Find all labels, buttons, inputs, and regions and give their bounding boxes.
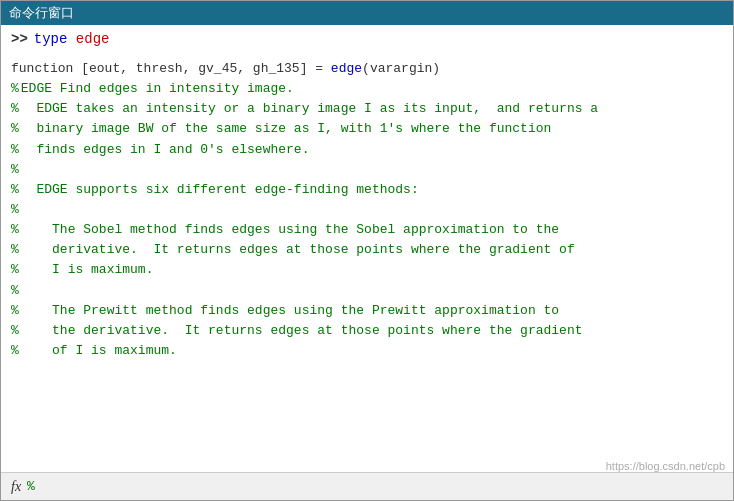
comment-7: % The Sobel method finds edges using the… (11, 220, 723, 240)
comment-8: % derivative. It returns edges at those … (11, 240, 723, 260)
comment-6: % (11, 200, 723, 220)
comment-13: % of I is maximum. (11, 341, 723, 361)
comment-4: % (11, 160, 723, 180)
comment-3: % finds edges in I and 0's elsewhere. (11, 140, 723, 160)
code-block: function [eout, thresh, gv_45, gh_135] =… (11, 59, 723, 361)
cmd-arg: edge (76, 31, 110, 47)
fx-percent: % (27, 479, 35, 494)
prompt: >> (11, 31, 28, 47)
comment-1: % EDGE takes an intensity or a binary im… (11, 99, 723, 119)
bottom-bar: fx % (1, 472, 733, 500)
watermark: https://blog.csdn.net/cpb (606, 460, 725, 472)
func-def-suffix: (varargin) (362, 59, 440, 79)
content-area: >> type edge function [eout, thresh, gv_… (1, 25, 733, 472)
comment-12: % the derivative. It returns edges at th… (11, 321, 723, 341)
cmd-keyword: type (34, 31, 68, 47)
comment-5: % EDGE supports six different edge-findi… (11, 180, 723, 200)
title-bar: 命令行窗口 (1, 1, 733, 25)
comment-9: % I is maximum. (11, 260, 723, 280)
comment-11: % The Prewitt method finds edges using t… (11, 301, 723, 321)
command-text: type edge (34, 31, 110, 47)
window-title: 命令行窗口 (9, 4, 74, 22)
fx-label: fx (11, 479, 21, 495)
main-window: 命令行窗口 >> type edge function [eout, thres… (0, 0, 734, 501)
func-def-line: function [eout, thresh, gv_45, gh_135] =… (11, 59, 723, 79)
comment-10: % (11, 281, 723, 301)
command-line: >> type edge (11, 31, 723, 47)
func-name: edge (331, 59, 362, 79)
func-def-prefix: function [eout, thresh, gv_45, gh_135] = (11, 59, 331, 79)
comment-2: % binary image BW of the same size as I,… (11, 119, 723, 139)
comment-0: %EDGE Find edges in intensity image. (11, 79, 723, 99)
